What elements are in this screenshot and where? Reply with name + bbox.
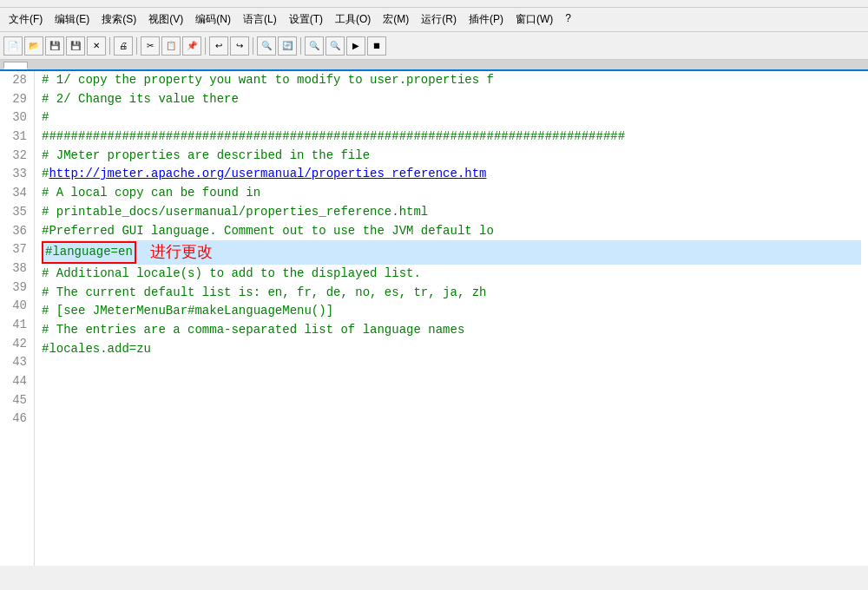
line-number: 32 — [7, 147, 27, 166]
url-link[interactable]: http://jmeter.apache.org/usermanual/prop… — [49, 165, 486, 184]
menu-item[interactable]: ? — [560, 10, 576, 29]
line-number: 42 — [7, 335, 27, 354]
code-line: # A local copy can be found in — [42, 184, 861, 203]
code-line: # JMeter properties are described in the… — [42, 147, 861, 166]
paste-btn[interactable]: 📌 — [182, 36, 201, 56]
comment-text: # JMeter properties are described in the… — [42, 147, 370, 166]
find-btn[interactable]: 🔍 — [257, 36, 276, 56]
code-line: # 2/ Change its value there — [42, 90, 861, 109]
line-number: 40 — [7, 297, 27, 316]
menu-item[interactable]: 编辑(E) — [49, 10, 95, 29]
line-number: 35 — [7, 203, 27, 222]
comment-text: # [see JMeterMenuBar#makeLanguageMenu()] — [42, 302, 333, 321]
code-line: # The current default list is: en, fr, d… — [42, 284, 861, 303]
link-line: # — [42, 165, 49, 184]
undo-btn[interactable]: ↩ — [209, 36, 228, 56]
print-btn[interactable]: 🖨 — [114, 36, 133, 56]
cut-btn[interactable]: ✂ — [141, 36, 160, 56]
code-area: 28293031323334353637383940414243444546 #… — [0, 71, 868, 566]
comment-text: # 2/ Change its value there — [42, 90, 239, 109]
line-number: 44 — [7, 372, 27, 391]
code-line: #Preferred GUI language. Comment out to … — [42, 222, 861, 241]
menu-bar: 文件(F)编辑(E)搜索(S)视图(V)编码(N)语言(L)设置(T)工具(O)… — [0, 8, 868, 32]
menu-item[interactable]: 视图(V) — [143, 10, 188, 29]
comment-text: # 1/ copy the property you want to modif… — [42, 71, 494, 90]
line-number: 28 — [7, 71, 27, 90]
sep4 — [253, 37, 253, 55]
code-line: ########################################… — [42, 128, 861, 147]
menu-item[interactable]: 工具(O) — [330, 10, 376, 29]
close-btn[interactable]: ✕ — [87, 36, 106, 56]
sep5 — [300, 37, 301, 55]
line-number: 30 — [7, 108, 27, 128]
sep3 — [205, 37, 206, 55]
stop-btn[interactable]: ⏹ — [367, 36, 386, 56]
line-number: 37 — [7, 240, 27, 259]
menu-item[interactable]: 搜索(S) — [96, 10, 141, 29]
line-number: 36 — [7, 222, 27, 241]
line-number: 33 — [7, 165, 27, 184]
title-bar — [0, 0, 868, 8]
code-content[interactable]: # 1/ copy the property you want to modif… — [35, 71, 868, 566]
code-line: # Additional locale(s) to add to the dis… — [42, 265, 861, 284]
menu-item[interactable]: 文件(F) — [3, 10, 48, 29]
new-btn[interactable]: 📄 — [3, 36, 23, 56]
save-all-btn[interactable]: 💾 — [66, 36, 85, 56]
toolbar: 📄 📂 💾 💾 ✕ 🖨 ✂ 📋 📌 ↩ ↪ 🔍 🔄 🔍 🔍 ▶ ⏹ — [0, 32, 868, 60]
copy-btn[interactable]: 📋 — [161, 36, 181, 56]
replace-btn[interactable]: 🔄 — [278, 36, 297, 56]
hash-line-text: ########################################… — [42, 128, 625, 147]
line-numbers: 28293031323334353637383940414243444546 — [0, 71, 35, 566]
comment-text: # The current default list is: en, fr, d… — [42, 284, 486, 303]
menu-item[interactable]: 语言(L) — [238, 10, 282, 29]
comment-text: # Additional locale(s) to add to the dis… — [42, 265, 421, 284]
menu-item[interactable]: 插件(P) — [464, 10, 509, 29]
save-btn[interactable]: 💾 — [45, 36, 64, 56]
line-number: 39 — [7, 279, 27, 298]
code-line: # http://jmeter.apache.org/usermanual/pr… — [42, 165, 861, 184]
code-line: # printable_docs/usermanual/properties_r… — [42, 203, 861, 222]
menu-item[interactable]: 编码(N) — [190, 10, 236, 29]
comment-text: #Preferred GUI language. Comment out to … — [42, 222, 494, 241]
tab-bar — [0, 60, 868, 71]
redo-btn[interactable]: ↪ — [230, 36, 249, 56]
comment-text: # The entries are a comma-separated list… — [42, 321, 464, 340]
comment-text: # — [42, 108, 49, 128]
zoom-out-btn[interactable]: 🔍 — [326, 36, 345, 56]
menu-item[interactable]: 窗口(W) — [510, 10, 558, 29]
comment-text: # A local copy can be found in — [42, 184, 260, 203]
run-btn[interactable]: ▶ — [346, 36, 365, 56]
sep1 — [109, 37, 110, 55]
menu-item[interactable]: 运行(R) — [416, 10, 462, 29]
line-number: 41 — [7, 316, 27, 335]
tab-jmeter-properties[interactable] — [3, 62, 28, 69]
line-number: 34 — [7, 184, 27, 203]
line-number: 31 — [7, 128, 27, 147]
line-number: 43 — [7, 353, 27, 372]
highlighted-code: #language=en — [42, 241, 136, 264]
code-line: #language=en进行更改 — [42, 240, 861, 265]
code-line: # The entries are a comma-separated list… — [42, 321, 861, 340]
line-number: 45 — [7, 391, 27, 410]
zoom-in-btn[interactable]: 🔍 — [305, 36, 324, 56]
code-line: #locales.add=zu — [42, 340, 861, 359]
code-line: # 1/ copy the property you want to modif… — [42, 71, 861, 90]
menu-item[interactable]: 设置(T) — [284, 10, 328, 29]
comment-text: #locales.add=zu — [42, 340, 151, 359]
line-number: 29 — [7, 90, 27, 109]
menu-item[interactable]: 宏(M) — [378, 10, 414, 29]
sep2 — [136, 37, 137, 55]
code-line: # [see JMeterMenuBar#makeLanguageMenu()] — [42, 302, 861, 321]
comment-text: # printable_docs/usermanual/properties_r… — [42, 203, 428, 222]
line-number: 38 — [7, 259, 27, 279]
code-line: # — [42, 108, 861, 128]
open-btn[interactable]: 📂 — [24, 36, 43, 56]
annotation-text: 进行更改 — [150, 240, 213, 265]
line-number: 46 — [7, 410, 27, 429]
